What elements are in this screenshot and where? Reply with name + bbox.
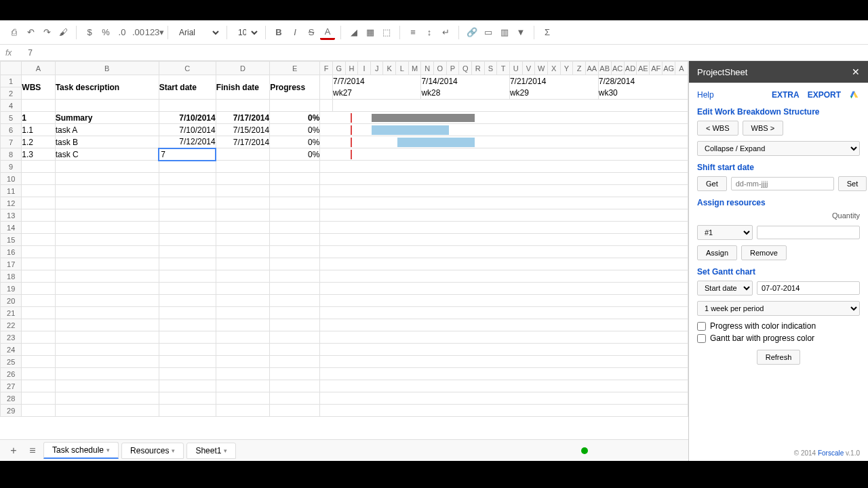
fx-label: fx <box>5 48 12 58</box>
extra-link[interactable]: EXTRA <box>772 90 800 100</box>
spreadsheet-grid[interactable]: ABCDEFGHIJKLMNOPQRSTUVWXYZAAABACADAEAFAG… <box>0 61 688 439</box>
section-shift-date: Shift start date <box>697 163 860 172</box>
bold-icon[interactable]: B <box>271 25 286 40</box>
refresh-button[interactable]: Refresh <box>757 350 801 365</box>
all-sheets-button[interactable]: ≡ <box>24 443 41 459</box>
close-icon[interactable]: ✕ <box>852 66 860 77</box>
sidebar-panel: ProjectSheet ✕ Help EXTRA EXPORT Edit Wo… <box>688 61 868 461</box>
quantity-input[interactable] <box>757 226 860 239</box>
functions-icon[interactable]: Σ <box>540 25 555 40</box>
section-edit-wbs: Edit Work Breakdown Structure <box>697 107 860 117</box>
period-select[interactable]: 1 week per period <box>697 301 860 316</box>
font-select[interactable]: Arial <box>174 26 221 39</box>
textcolor-icon[interactable]: A <box>320 25 335 40</box>
shift-date-input[interactable] <box>731 177 834 190</box>
sidebar-title: ProjectSheet <box>697 67 747 77</box>
wbs-right-button[interactable]: WBS > <box>743 121 784 136</box>
fontsize-select[interactable]: 10 <box>233 26 260 39</box>
quantity-label: Quantity <box>832 211 860 220</box>
fillcolor-icon[interactable]: ◢ <box>347 25 361 40</box>
print-icon[interactable]: ⎙ <box>7 25 22 40</box>
paint-format-icon[interactable]: 🖌 <box>56 25 71 40</box>
merge-icon[interactable]: ⬚ <box>379 25 394 40</box>
borders-icon[interactable]: ▦ <box>363 25 378 40</box>
gantt-startdate-label[interactable]: Start date <box>697 281 753 296</box>
strike-icon[interactable]: S <box>304 25 319 40</box>
decimal-dec-icon[interactable]: .0 <box>115 25 130 40</box>
comment-icon[interactable]: ▭ <box>481 25 496 40</box>
undo-icon[interactable]: ↶ <box>23 25 38 40</box>
section-assign-resources: Assign resources <box>697 198 860 207</box>
drive-icon <box>849 89 860 100</box>
tab-resources[interactable]: Resources▾ <box>121 443 184 459</box>
sheet-tabs-bar: + ≡ Task schedule▾ Resources▾ Sheet1▾ <box>0 439 688 461</box>
resource-select[interactable]: #1 <box>697 225 753 240</box>
add-sheet-button[interactable]: + <box>5 443 22 459</box>
set-date-button[interactable]: Set <box>838 176 867 191</box>
wbs-left-button[interactable]: < WBS <box>697 121 738 136</box>
forscale-link[interactable]: Forscale <box>818 449 844 457</box>
halign-icon[interactable]: ≡ <box>406 25 420 40</box>
help-link[interactable]: Help <box>697 90 714 100</box>
valign-icon[interactable]: ↕ <box>422 25 437 40</box>
tab-sheet1[interactable]: Sheet1▾ <box>186 443 236 459</box>
status-indicator <box>581 447 588 454</box>
link-icon[interactable]: 🔗 <box>465 25 479 40</box>
sidebar-footer: © 2014 Forscale v.1.0 <box>689 445 868 461</box>
section-set-gantt: Set Gantt chart <box>697 267 860 277</box>
assign-button[interactable]: Assign <box>697 245 737 260</box>
editing-cell[interactable] <box>159 148 216 161</box>
get-date-button[interactable]: Get <box>697 176 727 191</box>
fx-value: 7 <box>28 48 33 58</box>
italic-icon[interactable]: I <box>288 25 302 40</box>
progress-color-checkbox[interactable]: Progress with color indication <box>697 321 860 331</box>
remove-button[interactable]: Remove <box>741 245 787 260</box>
decimal-inc-icon[interactable]: .00 <box>131 25 146 40</box>
gantt-startdate-input[interactable] <box>757 281 860 295</box>
collapse-expand-select[interactable]: Collapse / Expand <box>697 141 860 156</box>
percent-icon[interactable]: % <box>98 25 113 40</box>
chart-icon[interactable]: ▥ <box>497 25 512 40</box>
redo-icon[interactable]: ↷ <box>39 25 54 40</box>
formula-bar[interactable]: fx 7 <box>0 45 868 61</box>
bar-color-checkbox[interactable]: Gantt bar with progress color <box>697 333 860 343</box>
filter-icon[interactable]: ▼ <box>513 25 528 40</box>
wrap-icon[interactable]: ↵ <box>438 25 453 40</box>
toolbar: ⎙ ↶ ↷ 🖌 $ % .0 .00 123▾ Arial 10 B I S A… <box>0 20 868 45</box>
tab-task-schedule[interactable]: Task schedule▾ <box>43 442 119 459</box>
currency-icon[interactable]: $ <box>82 25 97 40</box>
format-more-icon[interactable]: 123▾ <box>147 25 162 40</box>
export-link[interactable]: EXPORT <box>808 90 841 100</box>
